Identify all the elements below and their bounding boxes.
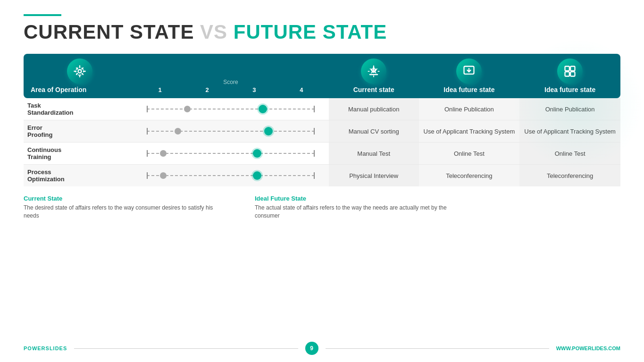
footer-url: WWW.POWERLIDES.COM xyxy=(556,345,620,351)
page: CURRENT STATE VS FUTURE STATE xyxy=(0,0,644,362)
table-row: ContinuousTrainingManual TestOnline Test… xyxy=(24,143,620,165)
svg-point-0 xyxy=(78,70,82,73)
svg-rect-4 xyxy=(565,67,569,71)
idea2-cell: Online Publication xyxy=(519,98,620,120)
idea1-cell: Online Publication xyxy=(419,98,520,120)
legend-current-state: Current State The desired state of affai… xyxy=(24,195,226,220)
legend-section: Current State The desired state of affai… xyxy=(24,195,620,220)
title-current: CURRENT STATE xyxy=(24,21,194,43)
idea2-cell: Teleconferencing xyxy=(519,165,620,186)
idea1-icon xyxy=(456,59,482,84)
idea2-cell: Use of Applicant Tracking System xyxy=(519,120,620,143)
area-icon xyxy=(67,59,92,84)
comparison-table: Area of Operation Score 1 2 3 4 xyxy=(24,54,620,186)
legend-future-state: Ideal Future State The actual state of a… xyxy=(255,195,458,220)
brand-slides: SLIDES xyxy=(46,345,67,351)
header-current-label: Current state xyxy=(353,86,394,93)
footer-brand: POWERSLIDES xyxy=(24,345,67,351)
current-state-cell: Physical Interview xyxy=(329,165,419,186)
current-state-cell: Manual CV sorting xyxy=(329,120,419,143)
current-icon xyxy=(361,59,386,84)
header-idea1: Idea future state xyxy=(419,54,520,98)
table-row: ErrorProofingManual CV sortingUse of App… xyxy=(24,120,620,143)
title-future: FUTURE STATE xyxy=(234,21,387,43)
header-area-label: Area of Operation xyxy=(31,86,86,93)
svg-rect-7 xyxy=(570,72,575,76)
idea1-cell: Online Test xyxy=(419,143,520,165)
score-cell xyxy=(133,98,329,120)
svg-rect-6 xyxy=(565,72,569,76)
area-cell: ErrorProofing xyxy=(24,120,133,143)
table-row: TaskStandardizationManual publicationOnl… xyxy=(24,98,620,120)
header-idea2: Idea future state xyxy=(519,54,620,98)
header-area: Area of Operation xyxy=(24,54,133,98)
header-idea1-label: Idea future state xyxy=(443,86,494,93)
area-cell: TaskStandardization xyxy=(24,98,133,120)
area-cell: ContinuousTraining xyxy=(24,143,133,165)
footer-line-right xyxy=(326,348,549,349)
score-numbers: 1 2 3 4 xyxy=(136,86,325,93)
footer-line-left xyxy=(74,348,298,349)
score-label: Score xyxy=(136,79,325,85)
current-state-cell: Manual Test xyxy=(329,143,419,165)
footer-page-number: 9 xyxy=(305,342,318,355)
idea1-cell: Teleconferencing xyxy=(419,165,520,186)
brand-power: POWER xyxy=(24,345,46,351)
score-cell xyxy=(133,143,329,165)
svg-rect-5 xyxy=(570,67,575,71)
idea1-cell: Use of Applicant Tracking System xyxy=(419,120,520,143)
score-cell xyxy=(133,120,329,143)
legend-future-label: Ideal Future State xyxy=(255,195,458,202)
legend-future-text: The actual state of affairs refers to th… xyxy=(255,204,458,220)
title-vs: VS xyxy=(200,21,227,43)
current-state-cell: Manual publication xyxy=(329,98,419,120)
main-title: CURRENT STATE VS FUTURE STATE xyxy=(24,21,620,43)
header-idea2-label: Idea future state xyxy=(544,86,595,93)
footer: POWERSLIDES 9 WWW.POWERLIDES.COM xyxy=(24,342,620,355)
table-header-row: Area of Operation Score 1 2 3 4 xyxy=(24,54,620,98)
table-row: ProcessOptimizationPhysical InterviewTel… xyxy=(24,165,620,186)
title-accent xyxy=(24,14,61,16)
legend-current-text: The desired state of affairs refers to t… xyxy=(24,204,226,220)
header-score: Score 1 2 3 4 xyxy=(133,54,329,98)
idea2-icon xyxy=(557,59,583,84)
header-current: Current state xyxy=(329,54,419,98)
idea2-cell: Online Test xyxy=(519,143,620,165)
area-cell: ProcessOptimization xyxy=(24,165,133,186)
legend-current-label: Current State xyxy=(24,195,226,202)
score-cell xyxy=(133,165,329,186)
